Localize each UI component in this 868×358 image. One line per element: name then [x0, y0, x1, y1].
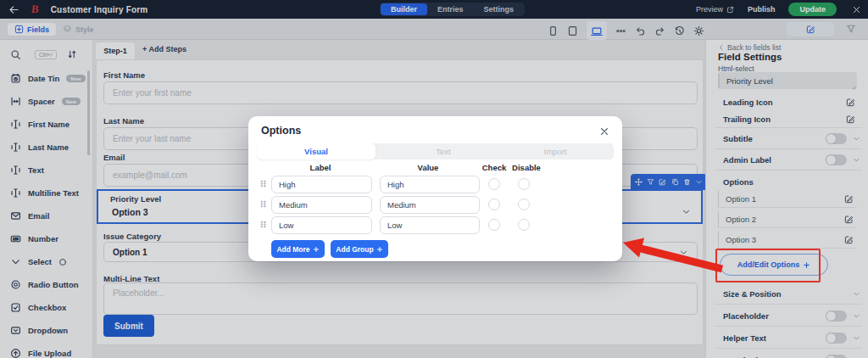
- option-label-input[interactable]: [271, 176, 372, 193]
- tab-visual[interactable]: Visual: [257, 143, 376, 159]
- options-modal: Options Visual Text Import Label Value C…: [248, 116, 622, 261]
- column-header-check: Check: [479, 163, 509, 172]
- tab-text[interactable]: Text: [409, 143, 477, 159]
- option-value-input[interactable]: [380, 176, 480, 193]
- drag-handle-icon[interactable]: [259, 199, 268, 209]
- option-edit-row: [248, 176, 622, 194]
- plus-icon: [376, 246, 383, 253]
- modal-tab-bar: Visual Text Import: [257, 143, 614, 159]
- option-value-input[interactable]: [380, 216, 480, 234]
- option-label-input[interactable]: [271, 216, 372, 234]
- check-radio[interactable]: [488, 219, 500, 231]
- column-header-label: Label: [287, 163, 354, 172]
- option-label-input[interactable]: [271, 196, 372, 214]
- column-header-value: Value: [394, 163, 462, 172]
- drag-handle-icon[interactable]: [259, 179, 268, 188]
- app-window: 123 B: [0, 0, 868, 358]
- column-header-disable: Disable: [509, 163, 543, 172]
- modal-title: Options: [261, 125, 301, 137]
- add-group-button[interactable]: Add Group: [331, 240, 388, 258]
- annotation-highlight-rect: [715, 249, 821, 282]
- check-radio[interactable]: [488, 178, 500, 190]
- disable-radio[interactable]: [518, 178, 530, 190]
- disable-radio[interactable]: [518, 219, 530, 231]
- disable-radio[interactable]: [518, 199, 530, 210]
- option-edit-row: [248, 216, 622, 235]
- add-more-button[interactable]: Add More: [271, 240, 325, 258]
- option-value-input[interactable]: [380, 196, 480, 214]
- drag-handle-icon[interactable]: [259, 220, 268, 229]
- close-icon[interactable]: [599, 126, 609, 137]
- check-radio[interactable]: [488, 199, 500, 210]
- add-group-label: Add Group: [336, 245, 373, 254]
- option-edit-row: [248, 196, 622, 215]
- add-more-label: Add More: [276, 245, 309, 254]
- plus-icon: [313, 246, 320, 253]
- tab-import[interactable]: Import: [521, 143, 589, 159]
